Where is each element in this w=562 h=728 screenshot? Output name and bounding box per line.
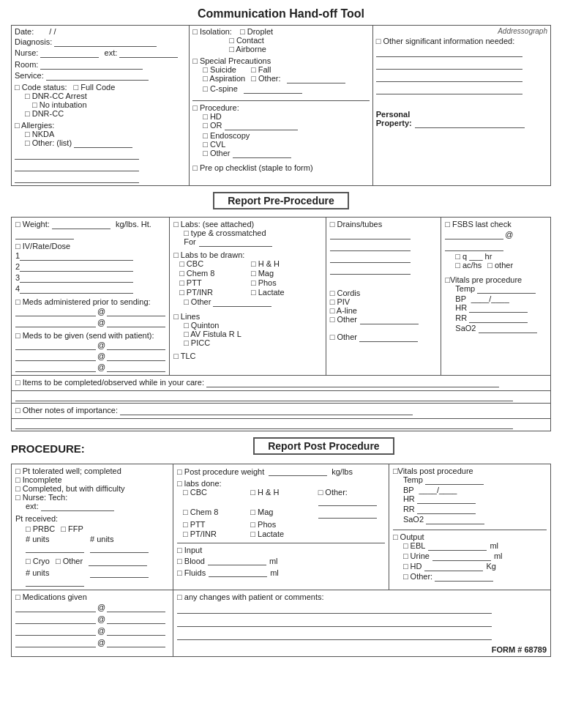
labs-field: □ Labs: (see attached) [173, 220, 322, 229]
isolation-field: □ Isolation: □ Droplet [192, 27, 370, 36]
post-col3: □Vitals post procedure Temp BP ____/____… [389, 464, 550, 590]
input-blood-section: □ Input □ Blood ml □ Fluids ml [177, 543, 385, 578]
pre-proc-col1: □ Weight: kg/lbs. Ht. □ IV/Rate/Dose 1 2… [12, 218, 170, 376]
iv-rate-dose: □ IV/Rate/Dose [15, 242, 165, 250]
top-left-col: Date: / / Diagnosis: Nurse: ext: Room: S… [12, 26, 190, 186]
post-procedure-table: □ Pt tolerated well; completed □ Incompl… [11, 464, 551, 657]
post-col2: □ Post procedure weight kg/lbs □ labs do… [173, 464, 389, 590]
top-right-col: Addressograph □ Other significant inform… [372, 26, 550, 186]
post-procedure-title: Report Post Procedure [253, 437, 394, 455]
form-number: FORM # 68789 [177, 645, 547, 654]
service-field: Service: [15, 71, 186, 81]
procedure-label: PROCEDURE: [11, 442, 85, 455]
nurse-field: Nurse: ext: [15, 48, 186, 59]
vitals-post: □Vitals post procedure [393, 467, 547, 475]
top-section-table: Date: / / Diagnosis: Nurse: ext: Room: S… [11, 25, 551, 186]
other-notes-row-2 [12, 419, 551, 431]
other-sig-info: □ Other significant information needed: [376, 37, 547, 45]
allergies-field: □ Allergies: [15, 121, 186, 130]
weight-field: □ Weight: kg/lbs. Ht. [15, 220, 165, 240]
items-row-2 [12, 391, 551, 404]
medications-row: □ Medications given @ @ @ @ [12, 590, 551, 657]
meds-send: □ Meds to be given (send with patient): [15, 331, 165, 340]
room-field: Room: [15, 60, 186, 70]
page-title: Communication Hand-off Tool [11, 7, 551, 21]
pre-procedure-title: Report Pre-Procedure [213, 192, 348, 209]
drains-tubes: □ Drains/tubes [330, 220, 438, 229]
vitals-pre: □Vitals pre procedure [445, 275, 547, 284]
diagnosis-field: Diagnosis: [15, 37, 186, 47]
fsbs-field: □ FSBS last check @ [445, 220, 547, 252]
code-status-field: □ Code status: □ Full Code [15, 83, 186, 92]
top-mid-col: □ Isolation: □ Droplet □ Contact □ Airbo… [190, 26, 373, 186]
output-section: □ Output [393, 530, 547, 541]
post-col1: □ Pt tolerated well; completed □ Incompl… [12, 464, 173, 590]
personal-property: Personal Property: [376, 110, 547, 129]
pre-proc-col3: □ Drains/tubes □ Cordis □ PIV □ A-line □… [326, 218, 441, 376]
meds-prior: □ Meds administered prior to sending: [15, 297, 165, 306]
items-row: □ Items to be completed/observed while i… [12, 376, 551, 391]
pre-procedure-table: □ Weight: kg/lbs. Ht. □ IV/Rate/Dose 1 2… [11, 217, 551, 431]
pre-procedure-header: Report Pre-Procedure [11, 192, 551, 214]
pre-proc-col4: □ FSBS last check @ □ q ___ hr □ ac/hs □… [441, 218, 551, 376]
addressograph-label: Addressograph [376, 27, 547, 35]
post-procedure-header: PROCEDURE: Report Post Procedure [11, 437, 551, 459]
date-field: Date: / / [15, 27, 186, 36]
any-changes-col: □ any changes with patient or comments: … [173, 590, 551, 657]
other-notes-row: □ Other notes of importance: [12, 404, 551, 419]
pre-proc-col2: □ Labs: (see attached) □ type & crossmat… [170, 218, 326, 376]
